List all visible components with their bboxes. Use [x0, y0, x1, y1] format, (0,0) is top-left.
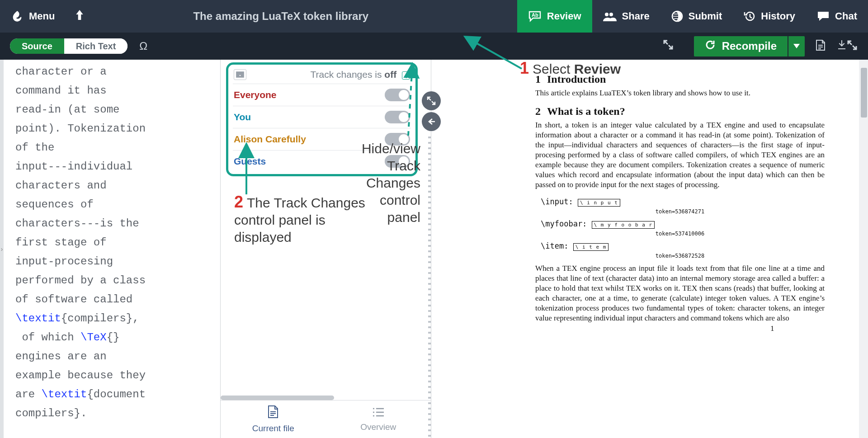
back-button[interactable]: [66, 0, 94, 33]
pdf-preview-pane[interactable]: 1Introduction This article explains LuaT…: [431, 60, 868, 438]
tab-history-label: History: [761, 10, 795, 22]
pane-splitter[interactable]: [428, 137, 431, 438]
download-pdf-button[interactable]: [836, 39, 847, 53]
review-footer-tabs: Current file Overview: [221, 400, 431, 438]
pdf-figure-myfoobar: \myfoobar: \ m y f o o b a r: [541, 219, 825, 229]
splitter-collapse-left[interactable]: [422, 112, 441, 131]
left-gutter-toggle[interactable]: ›: [0, 60, 4, 438]
tab-chat[interactable]: Chat: [806, 0, 868, 33]
source-code[interactable]: character or a command it has read-in (a…: [4, 60, 220, 423]
pdf-toolbar-icons: [816, 39, 847, 53]
editor-mode-toggle: Source Rich Text: [10, 38, 127, 54]
annotation-1: 1Select Review: [520, 60, 621, 78]
main-area: › character or a command it has read-in …: [0, 60, 868, 438]
track-changes-status[interactable]: Track changes is off ⌄: [311, 69, 410, 80]
pdf-scrollbar-thumb[interactable]: [861, 68, 867, 118]
tab-review[interactable]: Ab Review: [517, 0, 592, 33]
source-mode-button[interactable]: Source: [10, 38, 64, 54]
symbol-palette-button[interactable]: Ω: [136, 40, 151, 52]
history-icon: [744, 10, 755, 22]
review-icon: Ab: [528, 10, 542, 22]
view-logs-button[interactable]: [816, 39, 826, 53]
review-scrollbar[interactable]: [221, 396, 334, 400]
pdf-p2: In short, a token is an integer value ca…: [535, 120, 825, 190]
review-pane: Track changes is off ⌄ Everyone You Alis…: [221, 60, 431, 438]
pdf-p3: When a TEX engine process an input file …: [535, 264, 825, 323]
tab-submit-label: Submit: [689, 10, 722, 22]
track-changes-dropdown-icon[interactable]: ⌄: [402, 71, 410, 80]
project-title[interactable]: The amazing LuaTeX token library: [193, 10, 368, 23]
pdf-figure-item: \item: \ i t e m: [541, 241, 825, 251]
review-inbox-icon[interactable]: [234, 69, 246, 80]
svg-text:Ab: Ab: [532, 12, 538, 18]
splitter-expand-right[interactable]: [422, 91, 441, 110]
pdf-figure-input: \input: \ i n p u t: [541, 197, 825, 207]
tab-share[interactable]: Share: [592, 0, 660, 33]
up-arrow-icon: [75, 10, 84, 23]
menu-button[interactable]: Menu: [0, 0, 66, 33]
tc-row-you: You: [233, 106, 411, 128]
file-icon: [267, 405, 279, 422]
review-tab-current[interactable]: Current file: [221, 400, 326, 438]
submit-icon: [671, 10, 683, 22]
annotation-3: Hide/view Track Changes control panel: [348, 140, 420, 226]
pdf-h2: 2What is a token?: [535, 105, 825, 118]
richtext-mode-button[interactable]: Rich Text: [64, 38, 128, 54]
editor-fullscreen-button[interactable]: [654, 40, 682, 52]
tab-review-label: Review: [547, 10, 581, 22]
recompile-button[interactable]: Recompile: [694, 36, 788, 57]
tc-toggle-everyone[interactable]: [385, 89, 410, 101]
editor-toolbar: Source Rich Text Ω Recompile: [0, 33, 868, 60]
menu-label: Menu: [29, 10, 55, 22]
svg-point-1: [605, 13, 609, 16]
svg-point-2: [609, 13, 613, 16]
top-toolbar: Menu The amazing LuaTeX token library Ab…: [0, 0, 868, 33]
tab-history[interactable]: History: [733, 0, 806, 33]
pdf-page-number: 1: [770, 324, 774, 333]
recompile-group: Recompile: [694, 33, 805, 60]
tc-toggle-you[interactable]: [385, 111, 410, 123]
tab-submit[interactable]: Submit: [660, 0, 733, 33]
review-tab-overview[interactable]: Overview: [326, 400, 431, 438]
tab-share-label: Share: [622, 10, 650, 22]
track-changes-header: Track changes is off ⌄: [233, 67, 411, 84]
pdf-p1: This article explains LuaTEX’s token lib…: [535, 88, 825, 98]
chat-icon: [817, 11, 830, 22]
tc-row-everyone: Everyone: [233, 84, 411, 106]
editor-pane[interactable]: character or a command it has read-in (a…: [4, 60, 221, 438]
pdf-fullscreen-button[interactable]: [847, 40, 868, 52]
tab-chat-label: Chat: [835, 10, 857, 22]
recompile-icon: [705, 39, 716, 53]
list-icon: [372, 406, 385, 420]
recompile-label: Recompile: [722, 40, 777, 52]
share-icon: [603, 11, 617, 21]
overleaf-logo-icon: [11, 10, 24, 23]
pdf-page-content: 1Introduction This article explains LuaT…: [535, 73, 825, 330]
recompile-dropdown[interactable]: [788, 36, 805, 57]
